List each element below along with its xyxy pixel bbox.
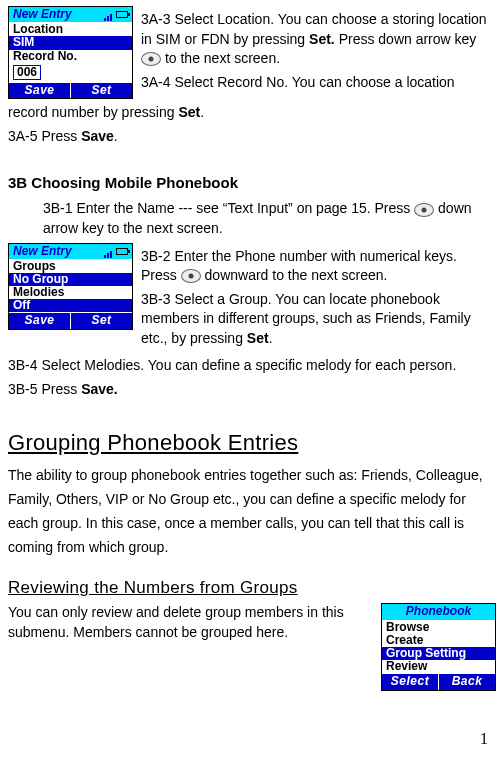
phone3-row: Browse: [382, 621, 495, 634]
grouping-para: The ability to group phonebook entries t…: [8, 464, 496, 559]
phone1-status-icons: [104, 8, 128, 21]
page-number: 1: [480, 728, 488, 750]
phone1-title: New Entry: [13, 8, 72, 21]
phone1-softkeys: Save Set: [9, 83, 132, 98]
nav-key-icon: [414, 203, 434, 217]
phone3-softkeys: Select Back: [382, 674, 495, 689]
heading-3B: 3B Choosing Mobile Phonebook: [8, 172, 496, 193]
phone1-list: Location SIM Record No. 006: [9, 22, 132, 83]
heading-reviewing: Reviewing the Numbers from Groups: [8, 576, 496, 600]
step-3B-3: 3B-3 Select a Group. You can locate phon…: [141, 290, 496, 349]
step-3B-4: 3B-4 Select Melodies. You can define a s…: [8, 356, 496, 376]
step-3A-3: 3A-3 Select Location. You can choose a s…: [141, 10, 496, 69]
phone2-row: Groups: [9, 260, 132, 273]
heading-grouping: Grouping Phonebook Entries: [8, 428, 496, 459]
phone-screen-groups: New Entry Groups No Group Melodies Off S…: [8, 243, 133, 330]
step-3A-4-part1: 3A-4 Select Record No. You can choose a …: [141, 73, 496, 93]
phone3-row: Review: [382, 660, 495, 673]
phone2-list: Groups No Group Melodies Off: [9, 259, 132, 314]
softkey-set: Set: [70, 83, 132, 98]
phone2-status-icons: [104, 245, 128, 258]
step-3B-2: 3B-2 Enter the Phone number with numeric…: [141, 247, 496, 286]
step-3B-1: 3B-1 Enter the Name --- see “Text Input”…: [43, 199, 496, 238]
phone-screen-phonebook: Phonebook Browse Create Group Setting Re…: [381, 603, 496, 690]
step-3A-5: 3A-5 Press Save.: [8, 127, 496, 147]
nav-key-icon: [141, 52, 161, 66]
softkey-set: Set: [70, 313, 132, 328]
step-3A-4-part2: record number by pressing Set.: [8, 103, 496, 123]
softkey-save: Save: [9, 313, 70, 328]
nav-key-icon: [181, 269, 201, 283]
phone1-record-number: 006: [13, 65, 41, 80]
phone2-softkeys: Save Set: [9, 313, 132, 328]
softkey-select: Select: [382, 674, 438, 689]
step-3B-5: 3B-5 Press Save.: [8, 380, 496, 400]
phone1-row: Record No.: [9, 50, 132, 63]
softkey-save: Save: [9, 83, 70, 98]
reviewing-para: You can only review and delete group mem…: [8, 603, 371, 642]
phone3-title: Phonebook: [406, 605, 471, 618]
phone2-row: Off: [9, 299, 132, 312]
phone1-row: SIM: [9, 36, 132, 49]
softkey-back: Back: [438, 674, 495, 689]
phone3-list: Browse Create Group Setting Review: [382, 620, 495, 675]
phone-screen-location: New Entry Location SIM Record No. 006 Sa…: [8, 6, 133, 99]
phone2-title: New Entry: [13, 245, 72, 258]
